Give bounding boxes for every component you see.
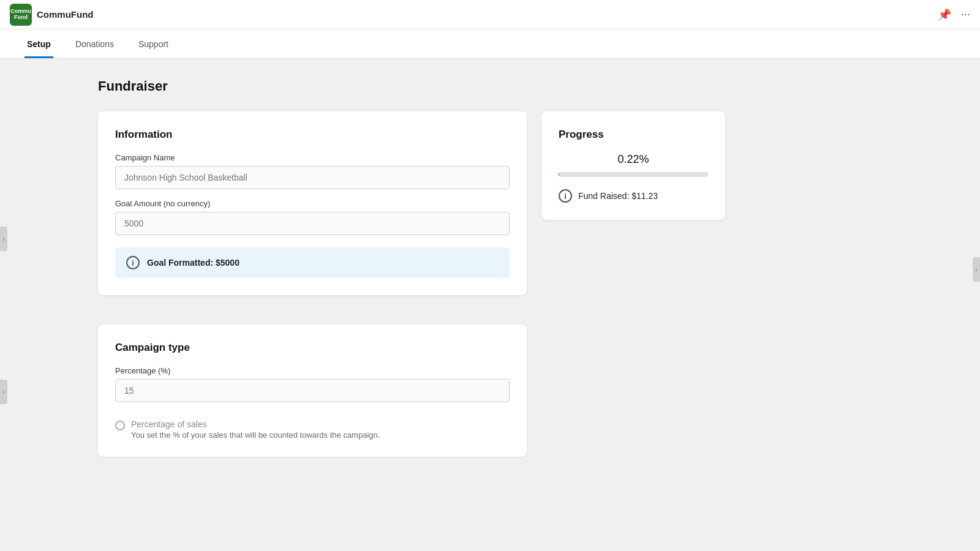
progress-card-title: Progress [559,129,708,141]
fund-raised-row: i Fund Raised: $11.23 [559,189,708,203]
main-content: Fundraiser Information Campaign Name Goa… [0,59,980,551]
percentage-of-sales-label: Percentage of sales [131,419,380,429]
campaign-name-label: Campaign Name [115,153,510,162]
tabs-bar: Setup Donations Support [0,29,980,59]
goal-formatted-text: Goal Formatted: $5000 [147,258,239,268]
page-title: Fundraiser [98,78,956,94]
percentage-of-sales-description: You set the % of your sales that will be… [131,430,380,440]
progress-bar-background [559,172,708,177]
fund-raised-info-icon: i [559,189,572,203]
progress-percent: 0.22% [559,153,708,166]
app-logo: Commu Fund CommuFund [10,4,93,26]
tab-donations[interactable]: Donations [73,33,116,58]
progress-card: Progress 0.22% i Fund Raised: $11.23 [541,111,725,220]
progress-bar-fill [559,172,559,177]
percentage-label: Percentage (%) [115,366,510,375]
percentage-of-sales-option: Percentage of sales You set the % of you… [115,419,510,440]
logo-icon: Commu Fund [10,4,32,26]
tab-setup[interactable]: Setup [24,33,53,58]
header: Commu Fund CommuFund 📌 ··· [0,0,980,29]
more-icon[interactable]: ··· [961,8,970,21]
content-row: Information Campaign Name Goal Amount (n… [98,111,956,457]
header-actions: 📌 ··· [938,8,970,21]
information-card: Information Campaign Name Goal Amount (n… [98,111,527,295]
pin-icon[interactable]: 📌 [938,8,951,21]
campaign-name-input[interactable] [115,166,510,189]
campaign-type-title: Campaign type [115,342,510,354]
app-title: CommuFund [37,9,93,20]
fund-raised-text: Fund Raised: $11.23 [578,191,658,201]
campaign-type-card: Campaign type Percentage (%) Percentage … [98,324,527,457]
information-card-title: Information [115,129,510,141]
goal-amount-input[interactable] [115,212,510,235]
goal-amount-label: Goal Amount (no currency) [115,199,510,208]
percentage-input[interactable] [115,379,510,402]
info-icon: i [126,256,140,269]
percentage-of-sales-radio[interactable] [115,421,125,430]
tab-support[interactable]: Support [136,33,171,58]
goal-formatted-box: i Goal Formatted: $5000 [115,247,510,278]
